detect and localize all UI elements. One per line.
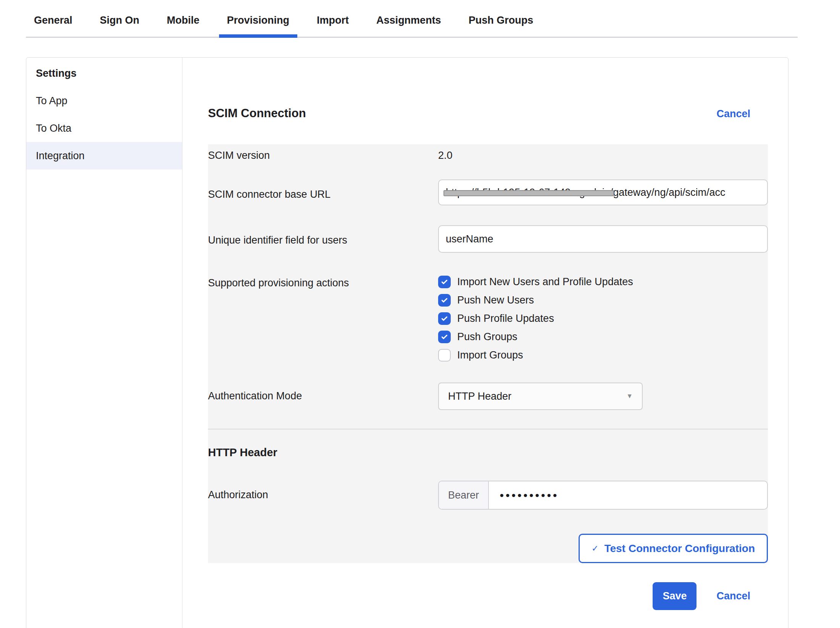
unique-id-label: Unique identifier field for users: [208, 225, 438, 253]
unchecked-checkbox-icon[interactable]: [438, 349, 451, 362]
footer-cancel-link[interactable]: Cancel: [716, 590, 750, 602]
header-cancel-link[interactable]: Cancel: [716, 108, 750, 120]
section-divider: [208, 429, 768, 429]
provisioning-actions-label: Supported provisioning actions: [208, 276, 438, 367]
provisioning-actions-row: Supported provisioning actions Import Ne…: [208, 276, 768, 367]
authorization-label: Authorization: [208, 481, 438, 510]
auth-mode-label: Authentication Mode: [208, 383, 438, 410]
checkbox-push-groups[interactable]: Push Groups: [438, 331, 768, 343]
test-button-row: ✓ Test Connector Configuration: [208, 534, 768, 563]
sidebar-item-integration[interactable]: Integration: [26, 142, 182, 170]
scim-form-panel: SCIM version 2.0 SCIM connector base URL…: [208, 144, 768, 563]
app-tabbar: General Sign On Mobile Provisioning Impo…: [26, 0, 798, 38]
check-icon: ✓: [592, 544, 598, 554]
page-header: SCIM Connection Cancel: [208, 107, 768, 120]
base-url-input[interactable]: https://h5hd-195-19-67-149.ngrok.io /gat…: [438, 179, 768, 205]
checkbox-label: Push New Users: [457, 294, 534, 306]
checked-checkbox-icon[interactable]: [438, 276, 451, 288]
tab-import[interactable]: Import: [309, 15, 357, 37]
checked-checkbox-icon[interactable]: [438, 294, 451, 307]
tab-sign-on[interactable]: Sign On: [92, 15, 148, 37]
redaction-bar: [443, 190, 614, 196]
checkmark-icon: [440, 333, 448, 341]
auth-mode-value: HTTP Header: [448, 391, 511, 402]
sidebar-item-to-okta[interactable]: To Okta: [26, 115, 182, 142]
scim-version-value: 2.0: [438, 150, 768, 161]
chevron-down-icon: ▼: [626, 392, 633, 400]
save-button[interactable]: Save: [653, 582, 697, 610]
tab-provisioning[interactable]: Provisioning: [219, 15, 298, 37]
base-url-row: SCIM connector base URL https://h5hd-195…: [208, 179, 768, 205]
bearer-prefix: Bearer: [439, 481, 489, 509]
bearer-token-field[interactable]: ●●●●●●●●●●: [489, 481, 767, 509]
sidebar-item-to-app[interactable]: To App: [26, 87, 182, 115]
checkmark-icon: [440, 278, 448, 286]
checkmark-icon: [440, 315, 448, 323]
checkmark-icon: [440, 296, 448, 304]
tab-assignments[interactable]: Assignments: [368, 15, 449, 37]
provisioning-card: Settings To App To Okta Integration SCIM…: [26, 57, 788, 628]
checkbox-label: Push Groups: [457, 331, 518, 343]
unique-id-row: Unique identifier field for users userNa…: [208, 225, 768, 253]
checkbox-push-new-users[interactable]: Push New Users: [438, 294, 768, 307]
checkbox-label: Push Profile Updates: [457, 313, 554, 324]
checkbox-import-new-users[interactable]: Import New Users and Profile Updates: [438, 276, 768, 288]
page-title: SCIM Connection: [208, 107, 306, 120]
test-button-label: Test Connector Configuration: [604, 542, 755, 555]
redacted-url-segment: https://h5hd-195-19-67-149.ngrok.io: [446, 187, 610, 199]
tab-mobile[interactable]: Mobile: [159, 15, 208, 37]
scim-connection-panel: SCIM Connection Cancel SCIM version 2.0 …: [182, 58, 788, 628]
auth-mode-row: Authentication Mode HTTP Header ▼: [208, 383, 768, 410]
checked-checkbox-icon[interactable]: [438, 331, 451, 343]
test-connector-configuration-button[interactable]: ✓ Test Connector Configuration: [579, 534, 768, 563]
checked-checkbox-icon[interactable]: [438, 312, 451, 325]
scim-version-label: SCIM version: [208, 150, 438, 161]
checkbox-label: Import Groups: [457, 349, 523, 361]
base-url-label: SCIM connector base URL: [208, 179, 438, 205]
settings-sidebar: Settings To App To Okta Integration: [26, 58, 182, 628]
tab-push-groups[interactable]: Push Groups: [461, 15, 542, 37]
scim-version-row: SCIM version 2.0: [208, 150, 768, 161]
checkbox-label: Import New Users and Profile Updates: [457, 276, 633, 288]
checkbox-push-profile-updates[interactable]: Push Profile Updates: [438, 312, 768, 325]
unique-id-input[interactable]: userName: [438, 225, 768, 253]
tab-general[interactable]: General: [26, 15, 81, 37]
authorization-row: Authorization Bearer ●●●●●●●●●●: [208, 481, 768, 510]
checkbox-import-groups[interactable]: Import Groups: [438, 349, 768, 362]
sidebar-heading: Settings: [26, 60, 182, 87]
auth-mode-select[interactable]: HTTP Header ▼: [438, 383, 643, 410]
authorization-input: Bearer ●●●●●●●●●●: [438, 481, 768, 510]
http-header-section-title: HTTP Header: [208, 446, 768, 459]
footer-actions: Save Cancel: [208, 582, 768, 610]
url-visible-tail: /gateway/ng/api/scim/acc: [610, 187, 726, 199]
